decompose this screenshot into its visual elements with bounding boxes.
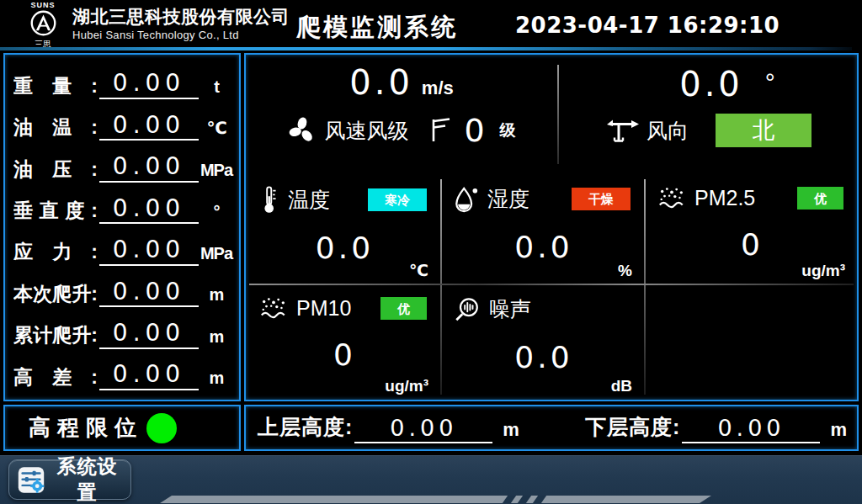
- company-name-block: 湖北三思科技股份有限公司 Hubei Sansi Technology Co.,…: [72, 7, 290, 41]
- wind-speed-readout: 0.0m/s: [246, 63, 557, 102]
- grid-divider-horizontal: [249, 284, 854, 285]
- datetime-display: 2023-04-17 16:29:10: [515, 13, 780, 38]
- lower-height-group: 下层高度: 0.00 m: [585, 413, 847, 443]
- sensor-label: 湿度: [487, 185, 529, 213]
- metric-label: 累计爬升:: [13, 325, 98, 348]
- page-title: 爬模监测系统: [296, 11, 458, 45]
- metric-unit: °: [200, 202, 232, 224]
- elevation-limit-box: 高程限位: [3, 405, 241, 451]
- metric-unit: ℃: [200, 118, 232, 141]
- sensor-cell-temperature: 温度 寒冷 0.0 ℃: [246, 174, 440, 284]
- sensor-cell-empty: [644, 284, 857, 400]
- humidity-drop-icon: [454, 186, 479, 213]
- sensor-value: 0.0: [259, 231, 430, 265]
- sensor-value: 0.0: [454, 230, 634, 264]
- sensor-unit: dB: [611, 377, 632, 395]
- fan-icon: [287, 115, 317, 146]
- decorative-strip: [160, 496, 711, 503]
- environment-panel: 0.0m/s 风速风级: [244, 53, 859, 401]
- wind-level-readout: 风速风级 0 级: [246, 112, 557, 149]
- sensor-unit: ug/m³: [385, 377, 428, 395]
- metric-row-oil-temp: 油 温 : 0.00 ℃: [13, 103, 232, 141]
- climbing-formwork-monitor-screen: SUNS 三思 湖北三思科技股份有限公司 Hubei Sansi Technol…: [0, 0, 862, 504]
- sensor-label: PM2.5: [694, 186, 755, 210]
- metric-label: 应 力 :: [13, 241, 98, 265]
- wind-direction-block: 0.0° 风向 北: [559, 55, 857, 174]
- upper-height-group: 上层高度: 0.00 m: [258, 413, 519, 443]
- status-badge: 优: [797, 187, 843, 210]
- metric-value-field: 0.00: [99, 69, 199, 99]
- metric-unit: MPa: [200, 244, 232, 266]
- sensor-cell-pm10: PM10 优 0 ug/m³: [246, 284, 440, 400]
- sensor-label: 温度: [288, 186, 330, 214]
- sensor-label: PM10: [296, 296, 351, 321]
- system-settings-button[interactable]: 系统设置: [8, 459, 131, 500]
- metric-unit: MPa: [200, 161, 232, 183]
- metric-value-field: 0.00: [99, 278, 199, 308]
- status-badge: 优: [380, 297, 427, 320]
- sensor-label: 噪声: [489, 295, 531, 323]
- metric-label: 重 量 :: [13, 76, 98, 99]
- thermometer-icon: [259, 185, 279, 214]
- layer-heights-box: 上层高度: 0.00 m 下层高度: 0.00 m: [244, 405, 859, 451]
- lower-height-unit: m: [830, 419, 847, 443]
- status-badge: 寒冷: [368, 188, 427, 211]
- pm-dust-icon: [259, 295, 288, 321]
- sensor-value: 0: [259, 337, 430, 372]
- metric-unit: m: [200, 369, 232, 390]
- metrics-panel: 重 量 : 0.00 t 油 温 : 0.00 ℃ 油 压 : 0.00 MPa…: [3, 53, 241, 401]
- grid-divider-vertical: [644, 179, 646, 395]
- metric-value-field: 0.00: [99, 360, 199, 390]
- metric-label: 高 差 :: [13, 367, 98, 390]
- metric-value-field: 0.00: [99, 111, 199, 141]
- sensor-cell-humidity: 湿度 干燥 0.0 %: [440, 174, 644, 284]
- sensor-unit: ℃: [409, 261, 428, 280]
- elevation-limit-status-indicator: [146, 413, 177, 443]
- metric-row-weight: 重 量 : 0.00 t: [13, 62, 232, 99]
- metric-value-field: 0.00: [99, 319, 199, 349]
- sensor-unit: ug/m³: [801, 262, 845, 280]
- compass-direction-display: 北: [716, 114, 811, 147]
- metric-row-stress: 应 力 : 0.00 MPa: [13, 229, 232, 266]
- metric-row-oil-pressure: 油 压 : 0.00 MPa: [13, 146, 232, 183]
- strip-slash: [503, 496, 516, 503]
- metric-value-field: 0.00: [99, 194, 199, 225]
- sensor-value: 0.0: [454, 340, 634, 374]
- noise-magnifier-icon: [454, 296, 481, 323]
- company-name-en: Hubei Sansi Technology Co., Ltd: [72, 29, 290, 41]
- wind-direction-value: 0.0: [679, 65, 743, 103]
- upper-height-unit: m: [503, 419, 519, 443]
- logo-mark-icon: [29, 9, 57, 37]
- metric-row-height-difference: 高 差 : 0.00 m: [13, 353, 232, 390]
- wind-flag-icon: [430, 117, 452, 144]
- metric-unit: m: [200, 285, 232, 307]
- wind-level-value: 0: [464, 112, 484, 149]
- wind-level-unit: 级: [500, 119, 516, 141]
- metric-row-current-climb: 本次爬升: 0.00 m: [13, 270, 232, 307]
- metric-value-field: 0.00: [99, 236, 199, 266]
- header: SUNS 三思 湖北三思科技股份有限公司 Hubei Sansi Technol…: [0, 0, 862, 47]
- wind-direction-unit: °: [765, 68, 775, 96]
- company-logo: SUNS 三思: [19, 2, 67, 49]
- metric-row-verticality: 垂直度: 0.00 °: [13, 187, 232, 224]
- pm-dust-icon: [657, 185, 686, 210]
- sensor-grid: 温度 寒冷 0.0 ℃ 湿度 干燥 0.0 %: [246, 174, 857, 400]
- wind-direction-row: 风向 北: [559, 114, 857, 147]
- company-name-cn: 湖北三思科技股份有限公司: [72, 7, 290, 26]
- metric-label: 油 压 :: [13, 159, 98, 183]
- metric-value-field: 0.00: [99, 152, 199, 183]
- lower-height-value-field: 0.00: [682, 415, 820, 443]
- strip-slash: [518, 496, 531, 503]
- grid-divider-vertical: [440, 179, 442, 395]
- sensor-value: 0: [657, 227, 847, 262]
- footer-bar: 系统设置: [0, 455, 862, 504]
- wind-speed-block: 0.0m/s 风速风级: [246, 55, 557, 174]
- strip-slash: [533, 496, 546, 503]
- metric-row-total-climb: 累计爬升: 0.00 m: [13, 312, 232, 349]
- wind-vane-icon: [604, 117, 640, 145]
- metric-label: 本次爬升:: [13, 284, 98, 307]
- metric-label: 油 温 :: [13, 117, 98, 141]
- sensor-unit: %: [618, 262, 632, 280]
- sensor-cell-noise: 噪声 0.0 dB: [440, 284, 644, 400]
- status-badge: 干燥: [572, 188, 631, 210]
